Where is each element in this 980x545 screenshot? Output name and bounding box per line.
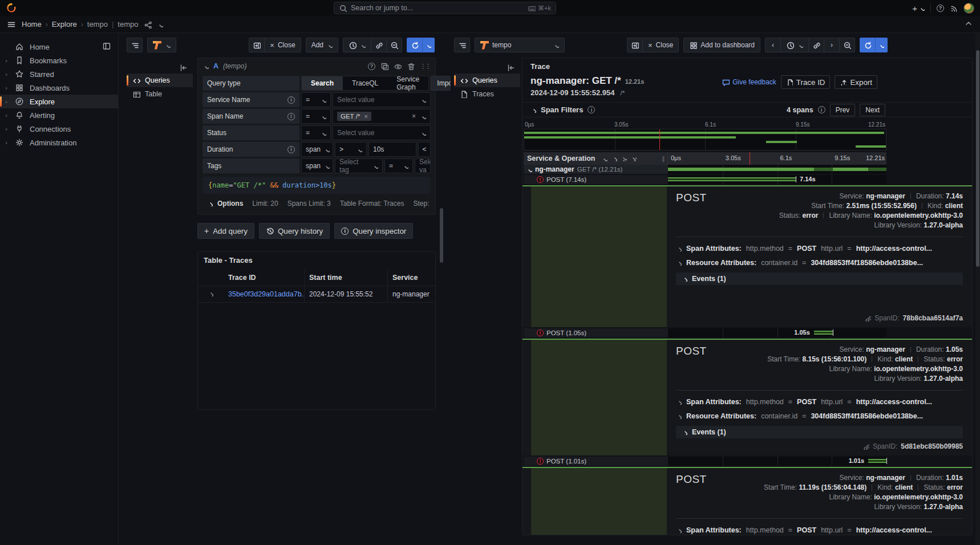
copy-link-button[interactable] — [808, 38, 824, 52]
grafana-logo[interactable] — [6, 2, 17, 14]
duration-scope-select[interactable]: span — [301, 142, 333, 157]
hide-response-icon[interactable] — [394, 62, 402, 70]
collapse-left-icon[interactable] — [179, 63, 187, 71]
run-query-button[interactable] — [407, 38, 423, 52]
service-name-op-select[interactable]: = — [301, 92, 331, 107]
span-attributes-row[interactable]: Span Attributes: http.method=POST http.u… — [676, 523, 963, 535]
drag-handle-icon[interactable]: ⋮⋮ — [420, 63, 430, 70]
span-name-value-select[interactable]: GET /*× × — [333, 109, 431, 124]
query-row-header[interactable]: A (tempo) ? ⋮⋮ — [198, 58, 435, 74]
datasource-picker[interactable]: tempo — [475, 38, 565, 52]
span-name-op-select[interactable]: = — [301, 109, 331, 124]
span-id-row[interactable]: SpanID:78b8cbaa6514af7a — [676, 310, 963, 324]
tags-value-select[interactable]: Select va — [415, 158, 431, 173]
query-history-button[interactable]: Query history — [259, 223, 330, 239]
collapse-toolbar-icon[interactable] — [964, 19, 972, 27]
sidebar-item-explore[interactable]: › Explore — [0, 95, 118, 108]
col-start-time[interactable]: Start time — [304, 270, 387, 286]
content-nav-queries[interactable]: Queries — [454, 74, 520, 87]
status-value-select[interactable]: Select value — [333, 125, 431, 140]
events-row[interactable]: Events (1) — [676, 426, 963, 438]
column-resize-handle[interactable]: || — [662, 156, 664, 162]
span-filters-bar[interactable]: Span Filters i 4 spans i Prev Next — [523, 102, 972, 117]
sidebar-item-bookmarks[interactable]: › Bookmarks — [0, 54, 118, 67]
duration-op2-select[interactable]: < — [418, 142, 431, 157]
left-pane-scrollbar[interactable] — [440, 208, 443, 263]
expand-icon[interactable]: › — [3, 125, 9, 132]
span-attributes-row[interactable]: Span Attributes: http.method=POST http.u… — [676, 394, 963, 409]
news-icon[interactable] — [950, 4, 958, 12]
avatar[interactable] — [963, 3, 974, 14]
tab-service-graph[interactable]: Service Graph — [387, 76, 428, 90]
time-shift-forward-button[interactable]: › — [824, 38, 840, 52]
split-open-button[interactable] — [627, 38, 643, 52]
outline-button[interactable] — [454, 38, 470, 52]
chevron-down-icon[interactable] — [527, 166, 532, 172]
collapse-left-icon[interactable] — [507, 63, 515, 71]
copy-link-button[interactable] — [371, 38, 387, 52]
span-row-root[interactable]: ng-manager GET /* (12.21s) — [524, 165, 886, 174]
minimap-canvas[interactable] — [524, 129, 886, 151]
breadcrumb-tempo-left[interactable]: tempo — [87, 20, 108, 29]
service-name-value-select[interactable]: Select value — [333, 92, 431, 107]
run-query-button[interactable] — [860, 38, 876, 52]
collapse-all-icon[interactable] — [621, 156, 627, 161]
run-query-interval-button[interactable] — [422, 38, 435, 52]
span-bar[interactable] — [814, 331, 833, 335]
panel-title[interactable]: Trace — [523, 58, 972, 75]
expand-icon[interactable]: › — [3, 98, 9, 105]
resource-attributes-row[interactable]: Resource Attributes: container.id=304fd8… — [676, 409, 963, 423]
help-icon[interactable]: ? — [937, 5, 944, 12]
content-nav-queries[interactable]: Queries — [127, 74, 193, 87]
sidebar-item-dashboards[interactable]: › Dashboards — [0, 81, 118, 95]
expand-icon[interactable]: › — [3, 84, 9, 91]
trace-id-link[interactable]: 35be0f3d29a01adda7b... — [228, 290, 304, 298]
expand-row-icon[interactable] — [208, 291, 213, 296]
resource-attributes-row[interactable]: Resource Attributes: container.id=304fd8… — [676, 255, 963, 270]
run-query-interval-button[interactable] — [875, 38, 888, 52]
collapse-one-icon[interactable] — [602, 156, 608, 161]
chevron-down-icon[interactable] — [203, 63, 209, 69]
events-row[interactable]: Events (1) — [676, 272, 963, 285]
span-bar[interactable] — [668, 168, 886, 171]
table-row[interactable]: 35be0f3d29a01adda7b... 2024-12-09 15:55:… — [198, 286, 435, 303]
span-attributes-row[interactable]: Span Attributes: http.method=POST http.u… — [676, 241, 963, 255]
trace-id-button[interactable]: Trace ID — [781, 75, 831, 89]
outline-button[interactable] — [127, 38, 143, 52]
dock-menu-icon[interactable] — [102, 42, 111, 52]
expand-icon[interactable]: › — [3, 112, 9, 119]
sidebar-item-connections[interactable]: › Connections — [0, 122, 118, 136]
span-row-post-1[interactable]: !POST (7.14s) 7.14s — [524, 175, 886, 184]
span-name-chip[interactable]: GET /*× — [337, 112, 371, 121]
share-icon[interactable] — [144, 21, 152, 29]
span-bar[interactable] — [868, 459, 886, 463]
duration-value-input[interactable]: 10s — [368, 142, 416, 157]
clear-icon[interactable]: × — [412, 112, 416, 120]
split-open-button[interactable] — [249, 38, 265, 52]
datasource-picker[interactable] — [147, 38, 176, 52]
window-scrollbar[interactable] — [975, 33, 980, 545]
tab-traceql[interactable]: TraceQL — [343, 76, 387, 90]
expand-all-icon[interactable] — [631, 156, 637, 161]
add-to-dashboard-button[interactable]: Add to dashboard — [683, 38, 760, 52]
breadcrumb-tempo-right[interactable]: tempo — [118, 20, 138, 29]
scrollbar-thumb[interactable] — [976, 50, 979, 267]
sidebar-item-home[interactable]: Home — [0, 40, 118, 54]
options-row[interactable]: Options Limit: 20 Spans Limit: 3 Table F… — [203, 194, 431, 214]
mega-menu-icon[interactable] — [7, 20, 16, 29]
chip-remove-icon[interactable]: × — [364, 113, 368, 120]
close-split-button[interactable]: ×Close — [642, 38, 679, 52]
zoom-out-button[interactable] — [839, 38, 855, 52]
tags-key-select[interactable]: Select tag — [335, 158, 383, 173]
import-trace-button[interactable]: Import trace — [431, 76, 451, 91]
zoom-out-button[interactable] — [386, 38, 402, 52]
close-split-button[interactable]: ×Close — [264, 38, 301, 52]
chevron-down-icon[interactable] — [157, 22, 163, 27]
col-service[interactable]: Service — [387, 270, 435, 286]
duplicate-query-icon[interactable] — [380, 62, 388, 70]
span-id-row[interactable]: SpanID:5d81ebc850b09985 — [676, 438, 963, 453]
tags-op-select[interactable]: = — [384, 158, 413, 173]
content-nav-table[interactable]: Table — [127, 87, 193, 101]
expand-icon[interactable]: › — [3, 139, 9, 146]
span-row-post-3[interactable]: !POST (1.01s) 1.01s — [524, 457, 886, 466]
